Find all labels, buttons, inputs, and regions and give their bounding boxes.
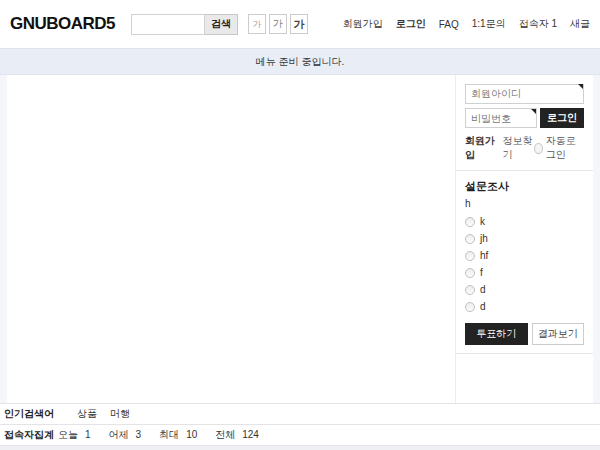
stat-today: 오늘 1 bbox=[58, 428, 91, 442]
stat-value: 10 bbox=[186, 429, 197, 440]
stat-value: 3 bbox=[136, 429, 142, 440]
auto-login-toggle[interactable]: 자동로그인 bbox=[534, 134, 584, 162]
poll-option-radio-icon[interactable] bbox=[465, 268, 475, 278]
find-info-link[interactable]: 정보찾기 bbox=[502, 134, 533, 162]
password-input[interactable] bbox=[465, 108, 537, 128]
search-input[interactable] bbox=[131, 14, 205, 35]
poll-option-radio-icon[interactable] bbox=[465, 285, 475, 295]
site-header: GNUBOARD5 검색 가 가 가 회원가입 로그인 FAQ 1:1문의 접속… bbox=[0, 0, 600, 48]
auto-login-label: 자동로그인 bbox=[546, 134, 584, 162]
search-form: 검색 bbox=[131, 14, 238, 35]
poll-option[interactable]: k bbox=[465, 216, 584, 227]
nav-newposts-link[interactable]: 새글 bbox=[570, 17, 590, 31]
visitor-stats: 오늘 1 어제 3 최대 10 전체 124 bbox=[58, 428, 277, 442]
nav-login-link[interactable]: 로그인 bbox=[396, 17, 426, 31]
top-nav: 회원가입 로그인 FAQ 1:1문의 접속자 1 새글 bbox=[343, 17, 590, 31]
vote-button[interactable]: 투표하기 bbox=[465, 323, 528, 345]
poll-result-button[interactable]: 결과보기 bbox=[532, 323, 584, 345]
poll-option[interactable]: d bbox=[465, 301, 584, 312]
poll-option[interactable]: d bbox=[465, 284, 584, 295]
login-box: 로그인 회원가입 정보찾기 자동로그인 bbox=[456, 75, 593, 171]
poll-option-radio-icon[interactable] bbox=[465, 217, 475, 227]
poll-option-label: k bbox=[480, 216, 485, 227]
font-size-buttons: 가 가 가 bbox=[248, 14, 308, 34]
stat-label: 어제 bbox=[109, 428, 129, 442]
font-size-medium-button[interactable]: 가 bbox=[269, 14, 287, 34]
poll-buttons-row: 투표하기 결과보기 bbox=[465, 323, 584, 345]
nav-register-link[interactable]: 회원가입 bbox=[343, 17, 383, 31]
popular-search-row: 인기검색어 상품 머행 bbox=[0, 403, 600, 424]
font-size-large-button[interactable]: 가 bbox=[290, 14, 308, 34]
nav-faq-link[interactable]: FAQ bbox=[439, 19, 459, 30]
poll-question: h bbox=[465, 198, 584, 209]
poll-option[interactable]: hf bbox=[465, 250, 584, 261]
poll-option-radio-icon[interactable] bbox=[465, 302, 475, 312]
join-link[interactable]: 회원가입 bbox=[465, 134, 496, 162]
main-area: 로그인 회원가입 정보찾기 자동로그인 설문조사 h k jh bbox=[7, 75, 593, 403]
notice-bar: 메뉴 준비 중입니다. bbox=[0, 48, 600, 75]
stat-max: 최대 10 bbox=[159, 428, 197, 442]
visitor-stats-title: 접속자집계 bbox=[4, 428, 58, 442]
font-size-small-button[interactable]: 가 bbox=[248, 14, 266, 34]
nav-inquiry-link[interactable]: 1:1문의 bbox=[472, 17, 506, 31]
poll-option[interactable]: jh bbox=[465, 233, 584, 244]
search-button[interactable]: 검색 bbox=[205, 14, 238, 35]
poll-option-label: hf bbox=[480, 250, 488, 261]
password-row: 로그인 bbox=[465, 108, 584, 129]
popular-keyword-link[interactable]: 머행 bbox=[110, 407, 130, 421]
member-id-input[interactable] bbox=[465, 84, 584, 104]
poll-option-radio-icon[interactable] bbox=[465, 234, 475, 244]
password-field-wrap bbox=[465, 108, 537, 129]
main-content-empty bbox=[7, 75, 455, 403]
poll-option[interactable]: f bbox=[465, 267, 584, 278]
poll-title: 설문조사 bbox=[465, 179, 584, 194]
notice-message: 메뉴 준비 중입니다. bbox=[256, 55, 344, 69]
poll-option-label: f bbox=[480, 267, 483, 278]
popular-keyword-link[interactable]: 상품 bbox=[77, 407, 97, 421]
stat-yesterday: 어제 3 bbox=[109, 428, 142, 442]
poll-option-label: jh bbox=[480, 233, 488, 244]
stat-label: 전체 bbox=[215, 428, 235, 442]
poll-option-label: d bbox=[480, 301, 486, 312]
poll-option-radio-icon[interactable] bbox=[465, 251, 475, 261]
footer-strip bbox=[0, 445, 600, 450]
sidebar: 로그인 회원가입 정보찾기 자동로그인 설문조사 h k jh bbox=[455, 75, 593, 403]
poll-box: 설문조사 h k jh hf f d bbox=[456, 171, 593, 354]
nav-visitors-link[interactable]: 접속자 1 bbox=[519, 17, 557, 31]
stat-value: 1 bbox=[85, 429, 91, 440]
visitor-stats-row: 접속자집계 오늘 1 어제 3 최대 10 전체 124 bbox=[0, 424, 600, 445]
stat-label: 오늘 bbox=[58, 428, 78, 442]
member-id-field-wrap bbox=[465, 83, 584, 104]
stat-value: 124 bbox=[242, 429, 259, 440]
stat-label: 최대 bbox=[159, 428, 179, 442]
site-logo[interactable]: GNUBOARD5 bbox=[10, 14, 115, 34]
poll-option-label: d bbox=[480, 284, 486, 295]
login-links-row: 회원가입 정보찾기 자동로그인 bbox=[465, 134, 584, 162]
stat-total: 전체 124 bbox=[215, 428, 259, 442]
popular-keywords: 상품 머행 bbox=[77, 407, 130, 421]
popular-search-title: 인기검색어 bbox=[4, 407, 77, 421]
login-button[interactable]: 로그인 bbox=[540, 108, 584, 128]
auto-login-checkbox-icon[interactable] bbox=[534, 143, 543, 154]
